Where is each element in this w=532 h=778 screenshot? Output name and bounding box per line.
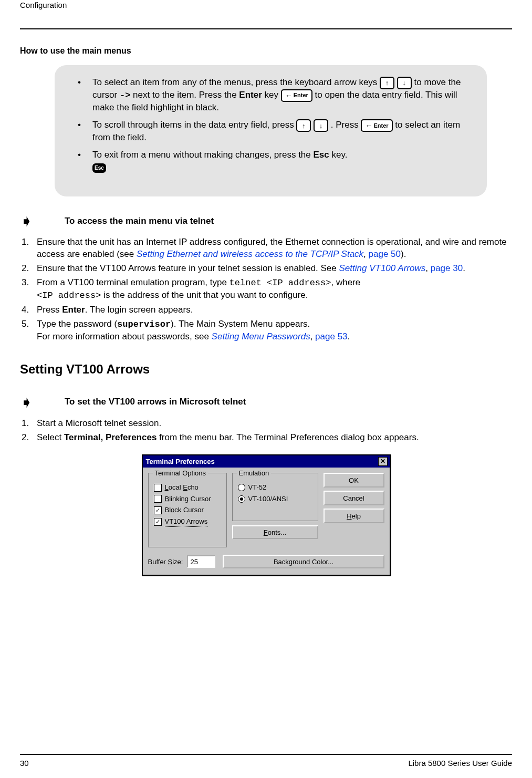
procedure-arrow-icon: ➧ bbox=[20, 395, 33, 410]
section-heading: Setting VT100 Arrows bbox=[20, 361, 512, 378]
up-arrow-key-icon: ↑ bbox=[380, 77, 394, 89]
procedure-title: To set the VT100 arrows in Microsoft tel… bbox=[65, 396, 246, 408]
checkbox-label: Block Cursor bbox=[165, 505, 204, 515]
step-text: Select bbox=[37, 432, 64, 442]
radio-icon bbox=[238, 484, 245, 491]
esc-word: Esc bbox=[313, 150, 329, 160]
callout-text: To scroll through items in the data entr… bbox=[92, 120, 296, 130]
step-text: ). bbox=[401, 249, 406, 259]
buffer-size-input[interactable]: 25 bbox=[187, 555, 215, 568]
vt100-radio[interactable]: VT-100/ANSI bbox=[238, 494, 312, 504]
terminal-options-group: Terminal Options Local Echo Blinking Cur… bbox=[148, 473, 227, 547]
blinking-cursor-checkbox[interactable]: Blinking Cursor bbox=[154, 494, 221, 504]
procedure-title: To access the main menu via telnet bbox=[65, 215, 214, 227]
guide-title: Libra 5800 Series User Guide bbox=[408, 758, 512, 769]
radio-label: VT-52 bbox=[248, 483, 267, 492]
step-text: is the address of the unit that you want… bbox=[101, 290, 308, 300]
step-text: , bbox=[310, 331, 315, 341]
step-text: , bbox=[425, 263, 430, 273]
password-text: supervisor bbox=[117, 319, 171, 329]
page-ref-link[interactable]: page 50 bbox=[369, 249, 401, 259]
page-ref-link[interactable]: page 53 bbox=[315, 331, 347, 341]
enter-word: Enter bbox=[62, 305, 85, 315]
how-to-heading: How to use the main menus bbox=[20, 45, 512, 57]
placeholder-text: <IP address> bbox=[37, 291, 101, 300]
checkbox-label: Blinking Cursor bbox=[165, 494, 211, 504]
list-item: Type the password (supervisor). The Main… bbox=[32, 318, 512, 343]
step-text: Start a Microsoft telnet session. bbox=[37, 418, 161, 428]
callout-text: next to the item. Press the bbox=[133, 90, 239, 100]
enter-key-icon: ←Enter bbox=[281, 89, 312, 102]
callout-text: To exit from a menu without making chang… bbox=[92, 150, 313, 160]
cancel-button[interactable]: Cancel bbox=[324, 491, 384, 505]
xref-link[interactable]: Setting VT100 Arrows bbox=[339, 263, 426, 273]
down-arrow-key-icon: ↓ bbox=[314, 119, 328, 132]
procedure-steps: Ensure that the unit has an Internet IP … bbox=[20, 236, 512, 343]
callout-text: key. bbox=[331, 150, 347, 160]
esc-key-icon: Esc bbox=[92, 163, 106, 173]
group-legend: Emulation bbox=[237, 469, 272, 478]
page-ref-link[interactable]: page 30 bbox=[431, 263, 463, 273]
callout-item-1: • To select an item from any of the menu… bbox=[69, 77, 472, 114]
emulation-group: Emulation VT-52 VT-100/ANSI bbox=[232, 473, 318, 521]
local-echo-checkbox[interactable]: Local Echo bbox=[154, 483, 221, 492]
procedure-arrow-icon: ➧ bbox=[20, 213, 33, 229]
header-rule bbox=[20, 28, 512, 29]
block-cursor-checkbox[interactable]: ✓ Block Cursor bbox=[154, 505, 221, 515]
callout-item-2: • To scroll through items in the data en… bbox=[69, 119, 472, 144]
step-text: , bbox=[363, 249, 368, 259]
step-text: . bbox=[348, 331, 350, 341]
terminal-preferences-dialog: Terminal Preferences ✕ Terminal Options … bbox=[142, 454, 391, 576]
help-button[interactable]: Help bbox=[324, 509, 384, 523]
step-text: . bbox=[463, 263, 465, 273]
page-number: 30 bbox=[20, 758, 29, 769]
down-arrow-key-icon: ↓ bbox=[397, 77, 412, 89]
group-legend: Terminal Options bbox=[153, 469, 208, 478]
checkbox-label: Local Echo bbox=[165, 483, 199, 492]
xref-link[interactable]: Setting Ethernet and wireless access to … bbox=[137, 249, 363, 259]
checkbox-icon bbox=[154, 484, 162, 492]
dialog-title: Terminal Preferences bbox=[146, 457, 215, 466]
bullet-icon: • bbox=[78, 119, 81, 131]
running-header: Configuration bbox=[20, 0, 512, 13]
fonts-button[interactable]: Fonts... bbox=[232, 525, 318, 539]
up-arrow-key-icon: ↑ bbox=[296, 119, 311, 132]
command-text: telnet <IP address> bbox=[230, 278, 331, 288]
checkbox-icon bbox=[154, 495, 162, 503]
procedure-heading-row: ➧ To set the VT100 arrows in Microsoft t… bbox=[20, 395, 512, 410]
radio-icon bbox=[238, 495, 245, 503]
menu-path: Terminal, Preferences bbox=[64, 432, 157, 442]
step-text: For more information about passwords, se… bbox=[37, 331, 212, 341]
enter-key-icon: ←Enter bbox=[361, 119, 392, 132]
list-item: Ensure that the unit has an Internet IP … bbox=[32, 236, 512, 261]
callout-text: key bbox=[265, 90, 281, 100]
checkbox-icon: ✓ bbox=[154, 506, 162, 514]
checkbox-icon: ✓ bbox=[154, 518, 162, 526]
callout-box: • To select an item from any of the menu… bbox=[55, 65, 487, 196]
callout-text: . Press bbox=[331, 120, 361, 130]
cursor-indicator: -> bbox=[120, 90, 130, 100]
checkbox-label: VT100 Arrows bbox=[165, 517, 208, 527]
step-text: Ensure that the VT100 Arrows feature in … bbox=[37, 263, 339, 273]
list-item: Ensure that the VT100 Arrows feature in … bbox=[32, 263, 512, 275]
vt52-radio[interactable]: VT-52 bbox=[238, 483, 312, 492]
ok-button[interactable]: OK bbox=[324, 473, 384, 487]
buffer-size-label: Buffer Size: bbox=[148, 557, 183, 567]
step-text: ). The Main System Menu appears. bbox=[171, 319, 310, 329]
xref-link[interactable]: Setting Menu Passwords bbox=[212, 331, 310, 341]
step-text: Type the password ( bbox=[37, 319, 117, 329]
bullet-icon: • bbox=[78, 77, 81, 89]
dialog-titlebar[interactable]: Terminal Preferences ✕ bbox=[143, 455, 390, 468]
procedure-steps: Start a Microsoft telnet session. Select… bbox=[20, 418, 512, 444]
background-color-button[interactable]: Background Color... bbox=[223, 555, 384, 568]
procedure-heading-row: ➧ To access the main menu via telnet bbox=[20, 213, 512, 229]
step-text: . The login screen appears. bbox=[85, 305, 193, 315]
vt100-arrows-checkbox[interactable]: ✓ VT100 Arrows bbox=[154, 517, 221, 527]
list-item: Press Enter. The login screen appears. bbox=[32, 304, 512, 316]
bullet-icon: • bbox=[78, 149, 81, 161]
step-text: from the menu bar. The Terminal Preferen… bbox=[157, 432, 419, 442]
radio-label: VT-100/ANSI bbox=[248, 494, 288, 504]
list-item: From a VT100 terminal emulation program,… bbox=[32, 277, 512, 302]
close-icon[interactable]: ✕ bbox=[378, 457, 388, 466]
callout-text: To select an item from any of the menus,… bbox=[92, 77, 380, 87]
